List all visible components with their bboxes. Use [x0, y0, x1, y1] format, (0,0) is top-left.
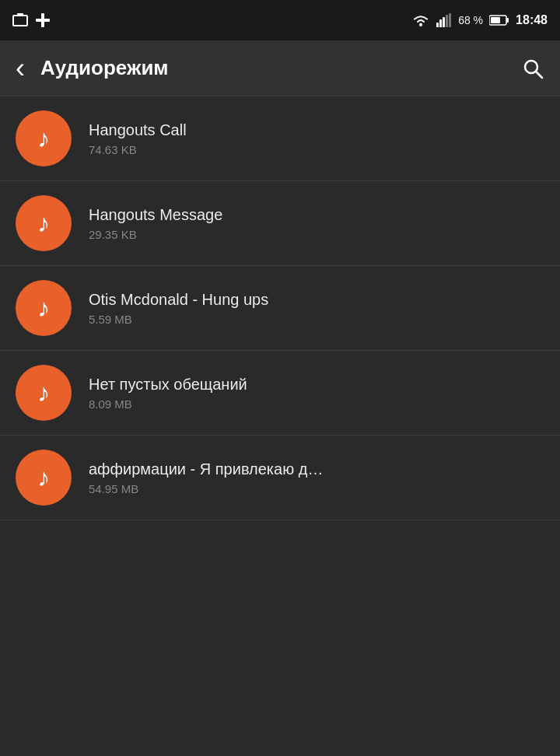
- audio-list: ♪ Hangouts Call 74.63 KB ♪ Hangouts Mess…: [0, 96, 560, 520]
- list-item[interactable]: ♪ аффирмации - Я привлекаю д… 54.95 MB: [0, 436, 560, 520]
- plus-icon: [36, 13, 50, 27]
- item-name: аффирмации - Я привлекаю д…: [89, 460, 323, 478]
- battery-icon: [489, 14, 509, 26]
- notification-icon: [12, 13, 28, 27]
- svg-rect-0: [13, 16, 27, 26]
- item-info: Нет пустых обещаний 8.09 MB: [89, 376, 247, 411]
- item-name: Hangouts Call: [89, 121, 187, 139]
- svg-rect-7: [443, 17, 445, 27]
- svg-rect-3: [36, 19, 50, 22]
- list-item[interactable]: ♪ Otis Mcdonald - Hung ups 5.59 MB: [0, 266, 560, 351]
- item-info: Otis Mcdonald - Hung ups 5.59 MB: [89, 291, 268, 326]
- list-item[interactable]: ♪ Hangouts Message 29.35 KB: [0, 181, 560, 266]
- item-size: 74.63 KB: [89, 143, 187, 156]
- item-icon-net-pustykh: ♪: [16, 365, 72, 421]
- toolbar: ‹ Аудиорежим: [0, 40, 560, 96]
- music-note-icon: ♪: [37, 379, 50, 408]
- item-icon-hangouts-call: ♪: [16, 110, 72, 166]
- item-name: Otis Mcdonald - Hung ups: [89, 291, 268, 309]
- item-size: 8.09 MB: [89, 397, 247, 411]
- list-item[interactable]: ♪ Hangouts Call 74.63 KB: [0, 96, 560, 181]
- time-display: 18:48: [516, 13, 548, 27]
- wifi-icon: [411, 13, 430, 27]
- svg-point-4: [419, 23, 422, 26]
- battery-percentage: 68 %: [458, 14, 483, 26]
- svg-rect-6: [439, 19, 442, 27]
- item-info: аффирмации - Я привлекаю д… 54.95 MB: [89, 460, 323, 495]
- status-bar-left: [12, 13, 50, 27]
- status-bar-right: 68 % 18:48: [411, 13, 548, 27]
- item-name: Нет пустых обещаний: [89, 376, 247, 394]
- item-icon-affirmatsii: ♪: [16, 450, 72, 506]
- search-icon[interactable]: [521, 57, 544, 80]
- item-size: 5.59 MB: [89, 313, 268, 326]
- music-note-icon: ♪: [37, 464, 50, 492]
- svg-rect-12: [491, 17, 500, 23]
- item-size: 54.95 MB: [89, 482, 323, 495]
- item-info: Hangouts Message 29.35 KB: [89, 206, 222, 241]
- back-button[interactable]: ‹: [16, 54, 25, 82]
- svg-rect-5: [436, 23, 439, 27]
- status-bar: 68 % 18:48: [0, 0, 560, 40]
- music-note-icon: ♪: [37, 124, 50, 153]
- item-icon-hangouts-message: ♪: [16, 195, 72, 251]
- item-name: Hangouts Message: [89, 206, 222, 224]
- svg-rect-1: [17, 13, 23, 16]
- list-item[interactable]: ♪ Нет пустых обещаний 8.09 MB: [0, 351, 560, 436]
- item-size: 29.35 KB: [89, 228, 222, 241]
- svg-rect-8: [446, 15, 448, 27]
- item-icon-otis: ♪: [16, 280, 72, 336]
- svg-rect-11: [506, 18, 509, 23]
- svg-line-14: [536, 72, 542, 78]
- signal-icon: [436, 13, 452, 27]
- item-info: Hangouts Call 74.63 KB: [89, 121, 187, 156]
- page-title: Аудиорежим: [40, 56, 521, 80]
- svg-rect-9: [449, 13, 451, 27]
- music-note-icon: ♪: [37, 209, 50, 238]
- music-note-icon: ♪: [37, 294, 50, 323]
